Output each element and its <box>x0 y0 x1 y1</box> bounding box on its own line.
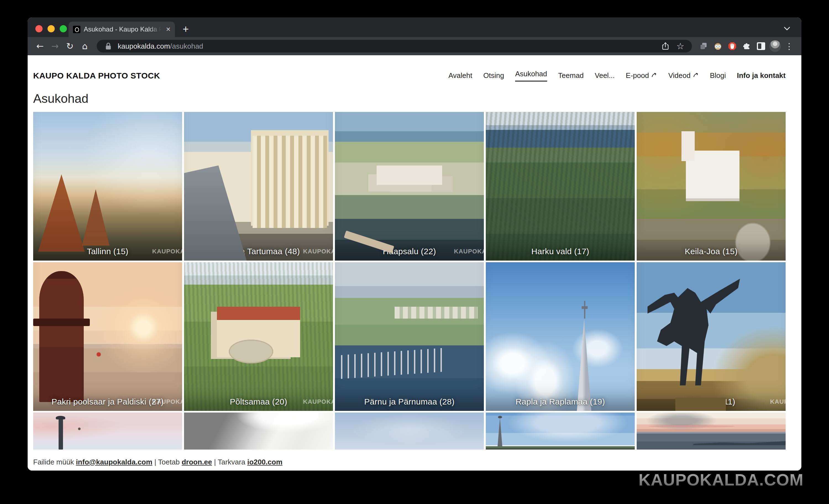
card-label: Rakvere (11) <box>637 397 786 406</box>
nav-teemad[interactable]: Teemad <box>558 71 584 80</box>
nav-epood[interactable]: E-pood <box>626 71 657 80</box>
card-label: Keila-Joa (15) <box>637 247 786 256</box>
active-tab[interactable]: Asukohad - Kaupo Kalda Photo × <box>69 22 175 37</box>
backdrop-watermark: KAUPOKALDA.COM <box>639 470 803 489</box>
url-path: /asukohad <box>170 42 203 50</box>
site-footer: Failide müük info@kaupokalda.com | Toeta… <box>33 458 786 466</box>
nav-blogi[interactable]: Blogi <box>710 71 726 80</box>
external-link-arrow-icon <box>651 72 657 78</box>
location-card-row3-1[interactable] <box>33 412 182 449</box>
footer-io200-link[interactable]: io200.com <box>247 458 282 466</box>
location-card-row3-3[interactable] <box>335 412 484 449</box>
window-controls <box>35 25 67 32</box>
tab-search-chevron-icon[interactable] <box>784 25 791 29</box>
minimize-window-button[interactable] <box>47 25 55 32</box>
bookmark-star-icon[interactable]: ☆ <box>675 41 686 52</box>
browser-window: Asukohad - Kaupo Kalda Photo × + ← → ↻ ⌂… <box>28 17 801 471</box>
location-card-poltsamaa[interactable]: Põltsamaa (20) KAUPOKA <box>184 262 333 411</box>
location-card-pakri-paldiski[interactable]: Pakri poolsaar ja Paldiski (27) KAUPOKA <box>33 262 182 411</box>
adblock-extension-icon[interactable] <box>726 40 738 52</box>
close-window-button[interactable] <box>35 25 42 32</box>
tab-close-icon[interactable]: × <box>166 26 171 33</box>
url-text: kaupokalda.com/asukohad <box>118 42 656 50</box>
footer-text: | Tarkvara <box>212 458 247 466</box>
card-watermark: KAUPOKA <box>152 248 182 255</box>
location-grid: Tallinn (15) KAUPOKA Tartu ja Tartumaa (… <box>33 112 786 449</box>
url-domain: kaupokalda.com <box>118 42 170 50</box>
card-watermark: KAUPOKA <box>303 398 333 405</box>
location-card-haapsalu[interactable]: Haapsalu (22) KAUPOKA <box>335 112 484 260</box>
nav-info-ja-kontakt[interactable]: Info ja kontakt <box>737 71 786 80</box>
browser-toolbar: ← → ↻ ⌂ kaupokalda.com/asukohad ☆ <box>28 37 801 55</box>
copy-pages-extension-icon[interactable] <box>697 40 710 52</box>
tab-title: Asukohad - Kaupo Kalda Photo <box>84 26 163 33</box>
card-label: Pärnu ja Pärnumaa (28) <box>335 397 484 406</box>
location-card-parnu[interactable]: Pärnu ja Pärnumaa (28) <box>335 262 484 411</box>
new-tab-button[interactable]: + <box>183 24 189 34</box>
nav-videod[interactable]: Videod <box>668 71 699 80</box>
footer-text: Failide müük <box>33 458 76 466</box>
site-logo[interactable]: KAUPO KALDA PHOTO STOCK <box>33 71 160 80</box>
footer-droon-link[interactable]: droon.ee <box>182 458 212 466</box>
footer-text: | Toetab <box>152 458 182 466</box>
page-title: Asukohad <box>33 92 786 106</box>
nav-veel[interactable]: Veel... <box>595 71 615 80</box>
location-card-row3-5[interactable] <box>637 412 786 449</box>
card-watermark: KAUPOKA <box>152 398 182 405</box>
side-panel-icon[interactable] <box>755 40 767 52</box>
external-link-arrow-icon <box>693 72 699 78</box>
nav-otsing[interactable]: Otsing <box>483 71 504 80</box>
card-label: Harku vald (17) <box>486 247 635 256</box>
back-icon[interactable]: ← <box>34 40 46 52</box>
site-favicon <box>73 26 80 33</box>
nav-asukohad[interactable]: Asukohad <box>515 70 547 81</box>
browser-menu-icon[interactable]: ⋮ <box>783 40 795 52</box>
profile-avatar[interactable] <box>769 40 781 52</box>
home-icon[interactable]: ⌂ <box>78 40 91 52</box>
card-watermark: KAUP <box>770 398 786 405</box>
card-label: Rapla ja Raplamaa (19) <box>486 397 635 406</box>
main-nav: Avaleht Otsing Asukohad Teemad Veel... E… <box>448 70 786 81</box>
nav-avaleht[interactable]: Avaleht <box>448 71 472 80</box>
screen: Asukohad - Kaupo Kalda Photo × + ← → ↻ ⌂… <box>0 0 829 504</box>
location-card-rakvere[interactable]: Rakvere (11) KAUP <box>637 262 786 411</box>
location-card-keila-joa[interactable]: Keila-Joa (15) <box>637 112 786 260</box>
location-card-tallinn[interactable]: Tallinn (15) KAUPOKA <box>33 112 182 260</box>
zoom-window-button[interactable] <box>60 25 67 32</box>
location-card-row3-4[interactable] <box>486 412 635 449</box>
site-header: KAUPO KALDA PHOTO STOCK Avaleht Otsing A… <box>33 55 786 81</box>
location-card-tartu[interactable]: Tartu ja Tartumaa (48) KAUPOKA <box>184 112 333 260</box>
emoji-face-extension-icon[interactable] <box>712 40 724 52</box>
address-bar[interactable]: kaupokalda.com/asukohad ☆ <box>97 40 692 52</box>
share-icon[interactable] <box>660 41 671 52</box>
card-watermark: KAUPOKA <box>454 248 484 255</box>
card-watermark: KAUPOKA <box>303 248 333 255</box>
location-card-rapla[interactable]: Rapla ja Raplamaa (19) <box>486 262 635 411</box>
lock-icon <box>103 41 114 52</box>
footer-email-link[interactable]: info@kaupokalda.com <box>76 458 152 466</box>
reload-icon[interactable]: ↻ <box>64 40 76 52</box>
forward-icon[interactable]: → <box>49 40 61 52</box>
web-page: KAUPO KALDA PHOTO STOCK Avaleht Otsing A… <box>28 55 801 471</box>
location-card-harku-vald[interactable]: Harku vald (17) <box>486 112 635 260</box>
location-card-row3-2[interactable] <box>184 412 333 449</box>
extensions-puzzle-icon[interactable] <box>741 40 753 52</box>
tab-strip: Asukohad - Kaupo Kalda Photo × + <box>28 17 801 37</box>
